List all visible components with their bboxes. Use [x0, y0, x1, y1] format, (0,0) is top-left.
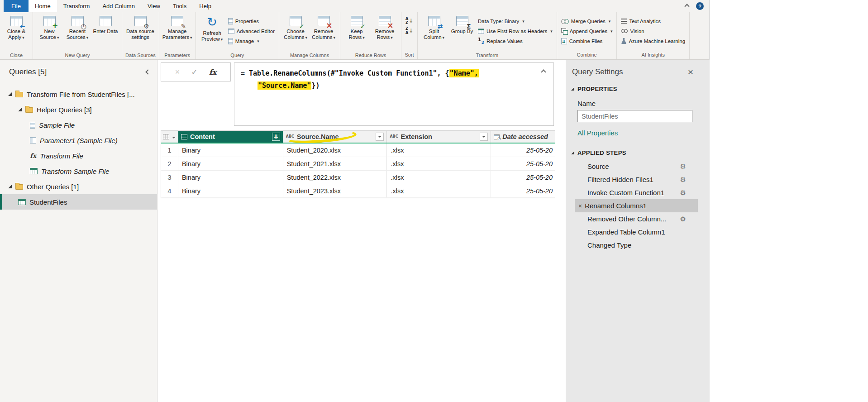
combine-files-arrows-icon[interactable]: ⇊ [272, 133, 280, 141]
cell-content[interactable]: Binary [178, 157, 283, 170]
step-expanded-table-column1[interactable]: Expanded Table Column1 [566, 225, 710, 239]
step-source[interactable]: Source ⚙ [566, 160, 710, 173]
tab-file[interactable]: File [4, 0, 29, 12]
cell-date-accessed[interactable]: 25-05-20 [491, 157, 555, 170]
applied-steps-section-header[interactable]: APPLIED STEPS [566, 137, 710, 156]
filter-dropdown-button[interactable] [480, 133, 488, 141]
merge-queries-button[interactable]: Merge Queries ▾ [560, 17, 612, 25]
refresh-preview-button[interactable]: Refresh Preview▾ [199, 13, 226, 52]
manage-parameters-button[interactable]: Manage Parameters▾ [162, 13, 193, 52]
new-source-button[interactable]: New Source▾ [36, 13, 63, 52]
query-item-studentfiles[interactable]: StudentFiles [0, 194, 157, 210]
replace-values-button[interactable]: Replace Values [477, 37, 524, 45]
close-apply-button[interactable]: Close & Apply▾ [3, 13, 30, 52]
azure-ml-button[interactable]: Azure Machine Learning [620, 37, 687, 45]
use-first-row-as-headers-button[interactable]: Use First Row as Headers ▾ [477, 27, 554, 35]
column-header-date-accessed[interactable]: Date accessed [491, 131, 555, 143]
row-number[interactable]: 4 [161, 184, 178, 197]
cell-content[interactable]: Binary [178, 184, 283, 197]
tab-tools[interactable]: Tools [167, 0, 193, 12]
row-number[interactable]: 3 [161, 171, 178, 184]
cell-extension[interactable]: .xlsx [387, 184, 491, 197]
choose-columns-button[interactable]: Choose Columns▾ [282, 13, 309, 52]
keep-rows-button[interactable]: Keep Rows▾ [343, 13, 370, 52]
cell-extension[interactable]: .xlsx [387, 144, 491, 157]
sort-descending-button[interactable] [404, 27, 415, 35]
formula-bar-input[interactable]: = Table.RenameColumns(#"Invoke Custom Fu… [234, 62, 554, 126]
query-item-transform-file[interactable]: fx Transform File [0, 148, 157, 163]
manage-button[interactable]: Manage ▾ [227, 37, 261, 45]
help-button[interactable]: ? [696, 2, 704, 10]
collapse-ribbon-icon[interactable] [684, 4, 689, 9]
cell-content[interactable]: Binary [178, 144, 283, 157]
recent-sources-button[interactable]: Recent Sources▾ [64, 13, 91, 52]
tab-home[interactable]: Home [29, 0, 57, 12]
query-group-other-queries[interactable]: Other Queries [1] [0, 179, 157, 194]
cell-source-name[interactable]: Student_2020.xlsx [283, 144, 387, 157]
tab-help[interactable]: Help [193, 0, 218, 12]
all-properties-link[interactable]: All Properties [566, 122, 710, 137]
cell-source-name[interactable]: Student_2023.xlsx [283, 184, 387, 197]
step-renamed-columns1[interactable]: × Renamed Columns1 [575, 199, 698, 212]
step-removed-other-columns[interactable]: Removed Other Column... ⚙ [566, 212, 710, 225]
step-changed-type[interactable]: Changed Type [566, 239, 710, 252]
query-settings-pane: Query Settings × PROPERTIES Name All Pro… [566, 60, 710, 402]
cell-extension[interactable]: .xlsx [387, 171, 491, 184]
filter-dropdown-button[interactable] [376, 133, 384, 141]
collapse-queries-pane-icon[interactable] [145, 69, 150, 74]
cell-extension[interactable]: .xlsx [387, 157, 491, 170]
column-header-source-name[interactable]: ABC Source.Name [283, 131, 387, 143]
tab-transform[interactable]: Transform [57, 0, 96, 12]
properties-button[interactable]: Properties [227, 17, 260, 25]
step-invoke-custom-function1[interactable]: Invoke Custom Function1 ⚙ [566, 186, 710, 199]
cell-date-accessed[interactable]: 25-05-20 [491, 144, 555, 157]
expander-icon[interactable] [8, 185, 12, 188]
split-column-button[interactable]: Split Column▾ [420, 13, 448, 52]
text-analytics-button[interactable]: Text Analytics [620, 17, 662, 25]
tab-add-column[interactable]: Add Column [96, 0, 141, 12]
query-group-helper-queries[interactable]: Helper Queries [3] [0, 102, 157, 117]
cancel-formula-icon[interactable]: × [175, 67, 180, 77]
remove-columns-button[interactable]: Remove Columns▾ [310, 13, 337, 52]
query-group-transform-file-from-studentfiles[interactable]: Transform File from StudentFiles [... [0, 86, 157, 102]
cell-source-name[interactable]: Student_2021.xlsx [283, 157, 387, 170]
gear-icon[interactable]: ⚙ [680, 176, 686, 183]
ribbon-group-sort: Sort [401, 12, 418, 59]
data-source-settings-button[interactable]: Data source settings [125, 13, 156, 52]
append-queries-button[interactable]: Append Queries ▾ [560, 27, 614, 35]
combine-files-button[interactable]: Combine Files [560, 37, 604, 45]
tab-view[interactable]: View [141, 0, 167, 12]
query-item-sample-file[interactable]: Sample File [0, 117, 157, 133]
delete-step-icon[interactable]: × [578, 202, 582, 210]
fx-icon[interactable]: fx [209, 68, 216, 77]
remove-rows-button[interactable]: Remove Rows▾ [371, 13, 398, 52]
enter-data-button[interactable]: Enter Data [92, 13, 119, 52]
query-item-transform-sample-file[interactable]: Transform Sample File [0, 163, 157, 179]
group-by-button[interactable]: Group By [448, 13, 476, 52]
advanced-editor-button[interactable]: Advanced Editor [227, 27, 276, 35]
collapse-formula-bar-icon[interactable] [541, 69, 546, 74]
column-header-content[interactable]: Content ⇊ [178, 131, 283, 143]
query-name-input[interactable] [577, 110, 692, 122]
row-number[interactable]: 2 [161, 157, 178, 170]
cell-source-name[interactable]: Student_2022.xlsx [283, 171, 387, 184]
step-filtered-hidden-files1[interactable]: Filtered Hidden Files1 ⚙ [566, 173, 710, 186]
select-all-cell[interactable] [161, 131, 178, 143]
properties-section-header[interactable]: PROPERTIES [566, 80, 710, 92]
close-settings-icon[interactable]: × [688, 67, 693, 77]
cell-content[interactable]: Binary [178, 171, 283, 184]
gear-icon[interactable]: ⚙ [680, 163, 686, 170]
gear-icon[interactable]: ⚙ [680, 189, 686, 196]
query-item-parameter1[interactable]: Parameter1 (Sample File) [0, 133, 157, 148]
column-header-extension[interactable]: ABC Extension [387, 131, 491, 143]
row-number[interactable]: 1 [161, 144, 178, 157]
cell-date-accessed[interactable]: 25-05-20 [491, 171, 555, 184]
sort-ascending-button[interactable] [404, 17, 415, 25]
cell-date-accessed[interactable]: 25-05-20 [491, 184, 555, 197]
data-type-button[interactable]: Data Type: Binary ▾ [477, 17, 526, 25]
gear-icon[interactable]: ⚙ [680, 215, 686, 222]
expander-icon[interactable] [8, 92, 12, 96]
vision-button[interactable]: Vision [620, 27, 645, 35]
commit-formula-icon[interactable]: ✓ [191, 67, 197, 77]
expander-icon[interactable] [18, 108, 22, 111]
